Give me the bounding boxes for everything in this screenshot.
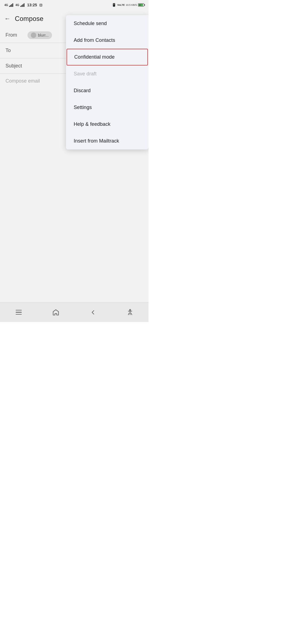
menu-item-settings[interactable]: Settings xyxy=(66,99,148,116)
menu-item-add-from-contacts[interactable]: Add from Contacts xyxy=(66,32,148,49)
menu-item-help-feedback[interactable]: Help & feedback xyxy=(66,116,148,133)
menu-item-save-draft: Save draft xyxy=(66,66,148,82)
menu-item-schedule-send[interactable]: Schedule send xyxy=(66,15,148,32)
menu-item-discard[interactable]: Discard xyxy=(66,82,148,99)
menu-item-confidential-mode[interactable]: Confidential mode xyxy=(67,49,148,66)
menu-item-insert-mailtrack[interactable]: Insert from Mailtrack xyxy=(66,133,148,149)
dropdown-menu: Schedule sendAdd from ContactsConfidenti… xyxy=(66,15,148,149)
